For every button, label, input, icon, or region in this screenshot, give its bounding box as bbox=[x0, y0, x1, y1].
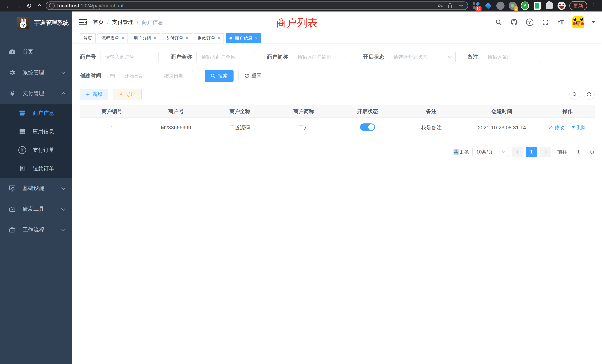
back-icon[interactable]: ← bbox=[4, 1, 13, 10]
page-1-button[interactable]: 1 bbox=[526, 147, 537, 157]
sidebar-collapse-icon[interactable] bbox=[79, 19, 87, 26]
tab-process-form[interactable]: 流程表单× bbox=[98, 33, 128, 43]
extension-kite-icon[interactable] bbox=[484, 2, 492, 10]
avatar-caret-icon[interactable] bbox=[592, 21, 595, 25]
sidebar-item-label: 退款订单 bbox=[33, 165, 65, 172]
search-button[interactable]: 搜索 bbox=[205, 70, 234, 82]
font-size-icon[interactable]: тT bbox=[557, 18, 565, 26]
sidebar-item-infra[interactable]: 基础设施 bbox=[0, 178, 72, 199]
sidebar-item-pay[interactable]: ¥ 支付管理 bbox=[0, 83, 72, 104]
filter-row-2: 创建时间 开始日期 - 结束日期 搜索 重置 bbox=[80, 70, 595, 82]
tab-home[interactable]: 首页 bbox=[80, 33, 96, 43]
extension-grid-icon[interactable]: 10 bbox=[472, 2, 480, 10]
chevron-down-icon bbox=[61, 206, 66, 211]
share-icon[interactable] bbox=[447, 3, 455, 9]
close-icon[interactable]: × bbox=[255, 36, 258, 41]
full-name-input[interactable] bbox=[196, 51, 255, 63]
trash-icon bbox=[571, 125, 575, 130]
sidebar-submenu-pay: 商户信息 应用信息 ¥ 支付订单 退款订单 bbox=[0, 104, 72, 178]
address-bar[interactable]: i localhost:1024/pay/merchant ☆ bbox=[46, 1, 468, 10]
prev-page-button[interactable] bbox=[512, 147, 523, 157]
tab-pay-order[interactable]: 支付订单× bbox=[162, 33, 192, 43]
remark-input[interactable] bbox=[483, 51, 541, 63]
create-time-range-picker[interactable]: 开始日期 - 结束日期 bbox=[106, 70, 193, 82]
status-select[interactable]: 请选择开启状态 bbox=[389, 51, 456, 63]
breadcrumb-pay[interactable]: 支付管理 bbox=[112, 19, 133, 26]
gear-icon bbox=[8, 69, 16, 76]
shop-icon bbox=[18, 109, 26, 117]
goto-page-input[interactable] bbox=[570, 147, 587, 157]
close-icon[interactable]: × bbox=[186, 36, 188, 41]
field-label: 商户简称 bbox=[267, 53, 288, 61]
bookmark-star-icon[interactable]: ☆ bbox=[457, 3, 465, 9]
sidebar-item-devtools[interactable]: 研发工具 bbox=[0, 199, 72, 219]
password-key-icon[interactable] bbox=[437, 3, 445, 9]
col-merchant-no: 商户号 bbox=[144, 105, 208, 118]
sidebar-item-label: 工作流程 bbox=[23, 226, 62, 234]
sidebar-item-pay-order[interactable]: ¥ 支付订单 bbox=[0, 141, 72, 159]
user-avatar[interactable] bbox=[572, 16, 584, 28]
tab-refund-order[interactable]: 退款订单× bbox=[194, 33, 224, 43]
tab-user-group[interactable]: 用户分组× bbox=[130, 33, 160, 43]
edit-link[interactable]: 修改 bbox=[549, 124, 564, 131]
site-info-icon[interactable]: i bbox=[49, 3, 55, 9]
reload-icon[interactable]: ↻ bbox=[25, 1, 33, 10]
search-icon[interactable] bbox=[494, 18, 503, 26]
tab-merchant-info[interactable]: 商户信息× bbox=[226, 33, 261, 43]
download-icon bbox=[119, 92, 124, 97]
sidebar-item-app-info[interactable]: 应用信息 bbox=[0, 122, 72, 141]
chevron-left-icon bbox=[516, 150, 520, 154]
chrome-menu-icon[interactable]: ⋮ bbox=[589, 2, 598, 9]
short-name-input[interactable] bbox=[293, 51, 351, 63]
col-actions: 操作 bbox=[540, 105, 595, 118]
yen-circle-icon: ¥ bbox=[18, 146, 26, 154]
page-size-select[interactable]: 10条/页 bbox=[473, 147, 509, 157]
filter-merchant-no: 商户号 bbox=[80, 51, 159, 63]
edit-icon bbox=[549, 125, 553, 130]
table-toolbar: 新增 导出 bbox=[80, 89, 595, 100]
sidebar-item-home[interactable]: 首页 bbox=[0, 42, 72, 62]
extension-doc-icon[interactable] bbox=[533, 2, 541, 10]
breadcrumb-separator: / bbox=[107, 19, 109, 25]
chevron-down-icon bbox=[61, 186, 66, 190]
yen-icon: ¥ bbox=[8, 90, 16, 97]
extension-command-icon[interactable]: ⌘ bbox=[496, 2, 505, 10]
reset-button[interactable]: 重置 bbox=[238, 70, 267, 82]
chevron-down-icon bbox=[61, 227, 66, 232]
sidebar-item-refund-order[interactable]: 退款订单 bbox=[0, 159, 72, 178]
fullscreen-icon[interactable] bbox=[541, 18, 549, 26]
sidebar-logo-row: 芋道管理系统 bbox=[0, 11, 72, 34]
extensions-puzzle-icon[interactable] bbox=[545, 2, 553, 10]
chrome-update-button[interactable]: 更新 bbox=[569, 1, 587, 10]
col-full-name: 商户全称 bbox=[208, 105, 272, 118]
status-toggle[interactable] bbox=[360, 123, 375, 131]
add-button[interactable]: 新增 bbox=[80, 89, 108, 100]
breadcrumb-home[interactable]: 首页 bbox=[93, 19, 104, 26]
refresh-table-button[interactable] bbox=[584, 89, 595, 100]
close-icon[interactable]: × bbox=[218, 36, 220, 41]
home-icon[interactable]: ⌂ bbox=[35, 1, 44, 10]
merchant-no-input[interactable] bbox=[100, 51, 159, 63]
toggle-search-button[interactable] bbox=[569, 89, 580, 100]
filter-full-name: 商户全称 bbox=[171, 51, 255, 63]
extension-loom-icon[interactable]: 1 bbox=[509, 2, 517, 10]
sidebar-item-merchant-info[interactable]: 商户信息 bbox=[0, 104, 72, 122]
sidebar-item-system[interactable]: 系统管理 bbox=[0, 62, 72, 83]
field-label: 创建时间 bbox=[80, 72, 101, 79]
sidebar-item-label: 基础设施 bbox=[23, 185, 62, 192]
help-icon[interactable]: ? bbox=[526, 18, 534, 26]
next-page-button[interactable] bbox=[540, 147, 551, 157]
range-separator: - bbox=[153, 73, 155, 79]
profile-avatar[interactable] bbox=[558, 2, 566, 10]
delete-link[interactable]: 删除 bbox=[571, 124, 586, 131]
github-icon[interactable] bbox=[510, 18, 518, 26]
close-icon[interactable]: × bbox=[154, 36, 156, 41]
export-button[interactable]: 导出 bbox=[113, 89, 142, 100]
close-icon[interactable]: × bbox=[122, 36, 124, 41]
url-path: :1024/pay/merchant bbox=[79, 3, 124, 9]
extension-y-icon[interactable]: Y bbox=[521, 2, 529, 10]
cell-merchant-id: 1 bbox=[80, 118, 144, 138]
url-text[interactable]: localhost:1024/pay/merchant bbox=[57, 3, 435, 9]
sidebar-item-workflow[interactable]: 工作流程 bbox=[0, 219, 72, 240]
forward-icon[interactable]: → bbox=[14, 1, 23, 10]
